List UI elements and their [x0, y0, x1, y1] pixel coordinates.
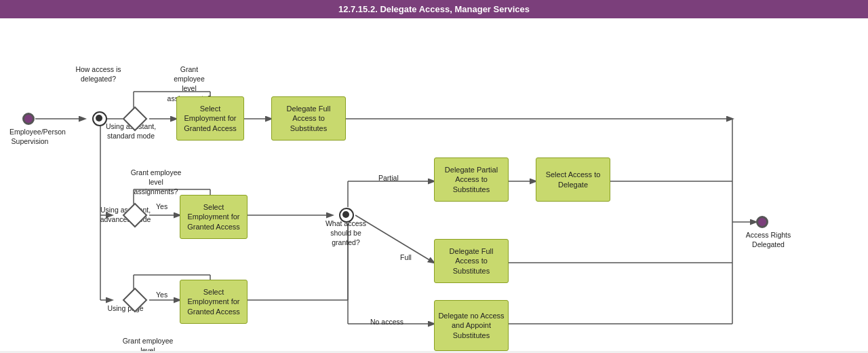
- full-label: Full: [400, 253, 412, 262]
- grant-employee-label-3: Grant employee level assignments?: [121, 336, 175, 351]
- yes-label-2: Yes: [156, 290, 167, 299]
- start-node: [22, 113, 35, 125]
- select-employment-1: Select Employment for Granted Access: [176, 96, 244, 141]
- delegate-partial: Delegate Partial Access to Substitutes: [434, 157, 509, 202]
- end-node: [756, 216, 768, 228]
- partial-label: Partial: [378, 173, 399, 183]
- end-label: Access Rights Delegated: [745, 230, 792, 249]
- delegate-full-2: Delegate Full Access to Substitutes: [434, 239, 509, 283]
- how-access-label: How access is delegated?: [75, 64, 122, 83]
- grant-employee-label-2: Grant employee level assignments?: [129, 168, 183, 197]
- title-bar: 12.7.15.2. Delegate Access, Manager Serv…: [0, 0, 868, 18]
- select-employment-3: Select Employment for Granted Access: [180, 280, 248, 324]
- no-access-label: No access: [370, 317, 403, 327]
- diagram-area: Employee/Person Supervision How access i…: [0, 18, 868, 351]
- what-access-label: What access should be granted?: [319, 219, 373, 248]
- start-label: Employee/Person Supervision: [9, 127, 50, 146]
- delegate-full-1: Delegate Full Access to Substitutes: [271, 96, 346, 141]
- select-employment-2: Select Employment for Granted Access: [180, 195, 248, 239]
- delegate-no-access: Delegate no Access and Appoint Substitut…: [434, 300, 509, 351]
- yes-label-1: Yes: [156, 202, 167, 211]
- select-access-delegate: Select Access to Delegate: [536, 157, 610, 202]
- diagram-title: 12.7.15.2. Delegate Access, Manager Serv…: [338, 4, 530, 14]
